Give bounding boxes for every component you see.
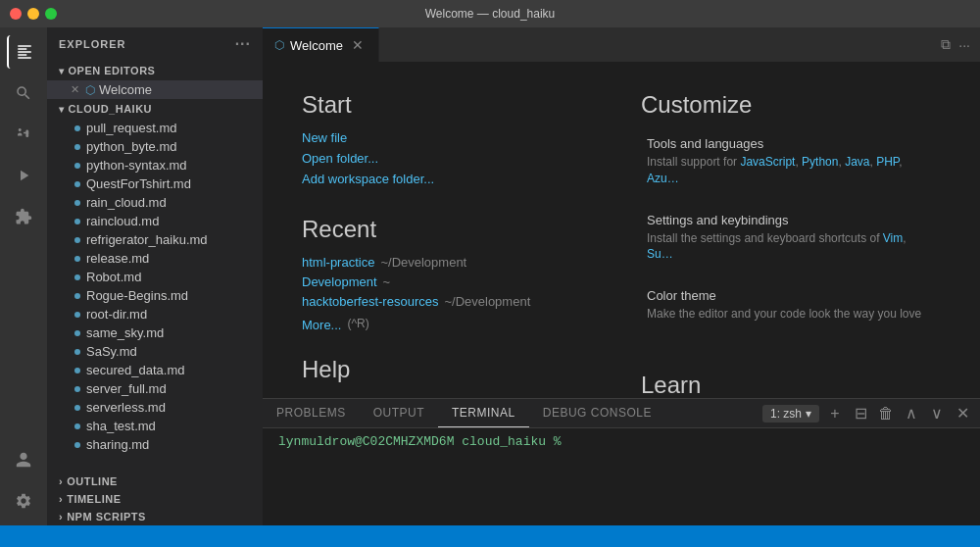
file-dot-icon [74, 274, 80, 280]
tools-title: Tools and languages [647, 136, 935, 151]
panel-collapse-icon[interactable]: ∨ [927, 404, 947, 423]
file-item[interactable]: release.md [47, 249, 263, 268]
main-layout: Explorer ··· ▾ Open Editors ✕ ⬡ Welcome … [0, 27, 980, 525]
recent-path: ~/Development [380, 255, 466, 270]
maximize-button[interactable] [45, 8, 57, 20]
add-workspace-link[interactable]: Add workspace folder... [302, 172, 602, 186]
delete-terminal-icon[interactable]: 🗑 [876, 404, 896, 423]
outline-section[interactable]: › OUTLINE [47, 472, 263, 490]
activity-account[interactable] [7, 443, 40, 476]
file-item[interactable]: sharing.md [47, 435, 263, 454]
file-item[interactable]: same_sky.md [47, 323, 263, 342]
file-dot-icon [74, 219, 80, 224]
open-folder-link[interactable]: Open folder... [302, 151, 602, 166]
file-name: raincloud.md [86, 214, 159, 228]
minimize-button[interactable] [27, 8, 39, 20]
customize-section: Customize Tools and languages Install su… [641, 91, 941, 342]
file-item[interactable]: SaSy.md [47, 342, 263, 361]
file-item[interactable]: Rogue-Begins.md [47, 286, 263, 305]
file-item[interactable]: raincloud.md [47, 212, 263, 230]
recent-item-dev[interactable]: Development ~ [302, 274, 602, 289]
close-button[interactable] [10, 8, 22, 20]
tab-welcome[interactable]: ⬡ Welcome ✕ [263, 27, 379, 62]
split-editor-icon[interactable]: ⧉ [939, 34, 953, 55]
recent-item-hacktoberfest[interactable]: hacktoberfest-resources ~/Development [302, 294, 602, 309]
panel-tab-terminal[interactable]: TERMINAL [438, 399, 529, 427]
file-item[interactable]: secured_data.md [47, 361, 263, 379]
split-terminal-icon[interactable]: ⊟ [851, 404, 870, 423]
open-editor-welcome[interactable]: ✕ ⬡ Welcome [47, 80, 263, 99]
recent-link[interactable]: Development [302, 274, 377, 289]
file-item[interactable]: Robot.md [47, 268, 263, 286]
file-item[interactable]: python-syntax.md [47, 156, 263, 174]
file-name: QuestForTshirt.md [86, 176, 191, 191]
debug-console-label: DEBUG CONSOLE [543, 406, 652, 420]
title-bar: Welcome — cloud_haiku [0, 0, 980, 27]
customize-title: Customize [641, 91, 941, 119]
activity-search[interactable] [7, 76, 40, 110]
file-name: Robot.md [86, 270, 141, 284]
panel-tab-problems[interactable]: PROBLEMS [263, 399, 360, 427]
recent-path: ~ [383, 274, 391, 289]
file-item[interactable]: rain_cloud.md [47, 193, 263, 212]
file-item[interactable]: sha_test.md [47, 417, 263, 435]
recent-link[interactable]: html-practice [302, 255, 374, 270]
activity-extensions[interactable] [7, 200, 40, 233]
tab-close-icon[interactable]: ✕ [349, 36, 367, 54]
cloud-haiku-chevron-icon: ▾ [59, 104, 65, 115]
more-link[interactable]: More... [302, 318, 341, 332]
file-name: sharing.md [86, 437, 149, 452]
panel-close-icon[interactable]: ✕ [953, 404, 972, 423]
sidebar: Explorer ··· ▾ Open Editors ✕ ⬡ Welcome … [47, 27, 263, 525]
color-theme-item[interactable]: Color theme Make the editor and your cod… [641, 282, 941, 328]
file-dot-icon [74, 256, 80, 262]
file-item[interactable]: QuestForTshirt.md [47, 174, 263, 193]
file-dot-icon [74, 405, 80, 411]
tab-label: Welcome [290, 38, 343, 53]
recent-item-html[interactable]: html-practice ~/Development [302, 255, 602, 270]
file-item[interactable]: python_byte.md [47, 137, 263, 156]
new-terminal-icon[interactable]: + [825, 404, 845, 423]
panel-tab-output[interactable]: OUTPUT [360, 399, 438, 427]
panel-expand-icon[interactable]: ∧ [902, 404, 921, 423]
traffic-lights [10, 8, 57, 20]
azu-highlight: Azu… [647, 172, 679, 185]
timeline-section[interactable]: › TIMELINE [47, 490, 263, 508]
js-highlight: JavaScript [740, 155, 795, 169]
file-item[interactable]: root-dir.md [47, 305, 263, 323]
recent-link[interactable]: hacktoberfest-resources [302, 294, 438, 309]
new-file-link[interactable]: New file [302, 130, 602, 145]
activity-source-control[interactable] [7, 118, 40, 151]
vim-highlight: Vim [883, 231, 903, 245]
file-name: release.md [86, 251, 149, 266]
start-section: Start New file Open folder... Add worksp… [302, 91, 602, 192]
settings-title: Settings and keybindings [647, 213, 935, 227]
open-editor-name: Welcome [99, 82, 152, 97]
tools-languages-item[interactable]: Tools and languages Install support for … [641, 130, 941, 193]
sidebar-more-icon[interactable]: ··· [235, 35, 251, 53]
recent-title: Recent [302, 216, 602, 243]
file-dot-icon [74, 423, 80, 429]
terminal-selector[interactable]: 1: zsh ▾ [762, 405, 819, 423]
editor-close-icon[interactable]: ✕ [71, 83, 79, 96]
file-item[interactable]: pull_request.md [47, 119, 263, 137]
cloud-haiku-section[interactable]: ▾ CLOUD_HAIKU [47, 99, 263, 119]
file-item[interactable]: server_full.md [47, 379, 263, 398]
open-editors-section[interactable]: ▾ Open Editors [47, 61, 263, 80]
terminal-content[interactable]: lynmuldrow@C02CMHZXMD6M cloud_haiku % [263, 428, 980, 525]
activity-explorer[interactable] [7, 35, 40, 69]
activity-settings[interactable] [7, 484, 40, 518]
file-dot-icon [74, 368, 80, 373]
file-dot-icon [74, 312, 80, 318]
file-item[interactable]: refrigerator_haiku.md [47, 230, 263, 249]
start-title: Start [302, 91, 602, 119]
npm-label: NPM SCRIPTS [67, 511, 146, 522]
open-editors-chevron-icon: ▾ [59, 66, 65, 76]
panel-tab-debug-console[interactable]: DEBUG CONSOLE [529, 399, 665, 427]
activity-run-debug[interactable] [7, 159, 40, 192]
outline-label: OUTLINE [67, 475, 118, 487]
file-item[interactable]: serverless.md [47, 398, 263, 417]
npm-scripts-section[interactable]: › NPM SCRIPTS [47, 508, 263, 525]
settings-keybindings-item[interactable]: Settings and keybindings Install the set… [641, 207, 941, 270]
more-actions-icon[interactable]: ··· [956, 35, 972, 55]
